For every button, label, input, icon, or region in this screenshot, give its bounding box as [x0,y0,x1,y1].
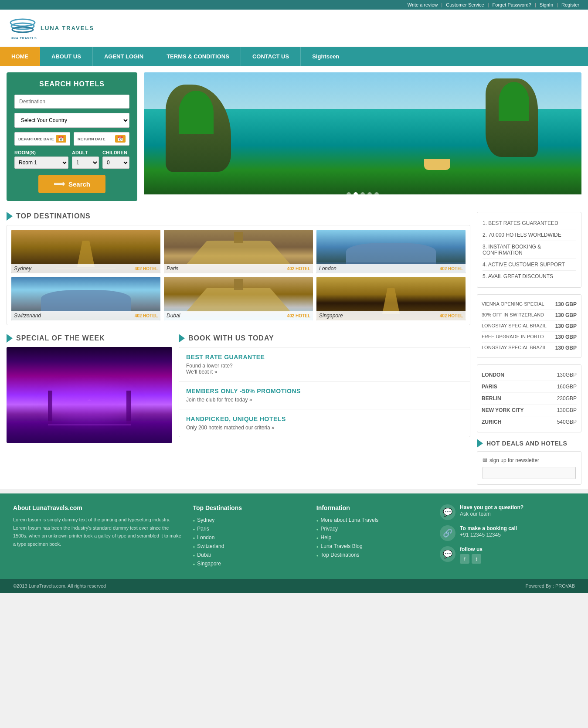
logo[interactable]: LUNA TRAVELS LUNA TRAVELS [9,14,94,42]
city-prices-box: LONDON 130GBP PARIS 160GBP BERLIN 230GBP… [477,364,581,432]
footer-dest-2[interactable]: ●London [193,533,305,542]
footer-dest-5[interactable]: ●Singapore [193,559,305,568]
deal-row-4[interactable]: LONGSTAY SPECIAL BRAZIL 130 GBP [482,343,577,353]
dest-card-switzerland[interactable]: Switzerland 402 HOTEL [11,277,160,320]
feature-4: 4. ACTIVE CUSTOMER SUPPORT [483,259,576,271]
departure-date-field[interactable]: DEPARTURE DATE 📅 [14,132,70,146]
nav-sightseen[interactable]: Sightseen [301,47,350,66]
return-date-field[interactable]: RETURN DATE 📅 [74,132,129,146]
forget-password-link[interactable]: Forget Password? [493,2,531,7]
main-content: SEARCH HOTELS Select Your Country DEPART… [0,66,588,489]
city-0: LONDON [482,372,504,378]
dest-card-dubai[interactable]: Dubai 402 HOTEL [164,277,313,320]
powered-by: Powered By : PROVAB [525,583,575,589]
hero-dot-5[interactable] [374,192,379,197]
deal-row-0[interactable]: VIENNA OPENING SPECIAL 130 GBP [482,299,577,310]
book-rate-link[interactable]: We'll beat it » [186,369,217,375]
social-link-2[interactable]: t [472,554,481,564]
footer-dest-link-0[interactable]: Sydney [197,517,214,523]
footer-dest-1[interactable]: ●Paris [193,524,305,533]
write-review-link[interactable]: Write a review [408,2,438,7]
rooms-label: ROOM(S) [14,150,68,155]
adult-select[interactable]: 123 [72,156,99,169]
social-link-1[interactable]: f [460,554,469,564]
footer-dest-link-2[interactable]: London [197,534,214,541]
children-select[interactable]: 012 [102,156,129,169]
city-price-0[interactable]: LONDON 130GBP [482,369,577,381]
features-box: 1. BEST RATES GUARANTEED 2. 70,000 HOTEL… [477,212,581,288]
deal-price-0: 130 GBP [555,301,577,307]
departure-calendar-icon[interactable]: 📅 [56,135,66,143]
footer-info-0[interactable]: ●More about Luna Travels [316,516,429,524]
header: LUNA TRAVELS LUNA TRAVELS [0,10,588,47]
city-price-4[interactable]: ZURICH 540GBP [482,416,577,428]
book-members-link[interactable]: Join the club for free today » [186,397,252,403]
footer-dest-0[interactable]: ●Sydney [193,516,305,524]
city-price-3[interactable]: NEW YORK CITY 130GBP [482,405,577,416]
footer: About LunaTravels.com Lorem Ipsum is sim… [0,493,588,579]
nav-home[interactable]: HOME [0,47,40,66]
special-week-image [7,347,172,443]
footer-dest-link-1[interactable]: Paris [197,526,209,532]
hero-banner [144,72,581,201]
footer-info-4[interactable]: ●Top Destinations [316,551,429,559]
footer-info-link-3[interactable]: Luna Travels Blog [321,543,363,549]
book-rate-title: BEST RATE GUARANTEE [186,354,463,361]
deal-row-1[interactable]: 30% OFF IN SWITZERLAND 130 GBP [482,310,577,321]
contact-question-title: Have you got a question? [460,504,523,510]
book-item-members[interactable]: MEMBERS ONLY -50% PROMOTIONS Join the cl… [179,381,470,409]
footer-info-2[interactable]: ●Help [316,533,429,542]
footer-info-1[interactable]: ●Privacy [316,524,429,533]
dest-card-london[interactable]: London 402 HOTEL [316,230,466,273]
feature-3: 3. INSTANT BOOKING & CONFIRMATION [483,241,576,259]
price-2: 230GBP [557,395,577,401]
price-0: 130GBP [557,372,577,378]
hero-dot-3[interactable] [360,192,365,197]
newsletter-input[interactable] [483,467,576,479]
dest-card-sydney[interactable]: Sydney 402 HOTEL [11,230,160,273]
hero-dot-2[interactable] [353,192,358,197]
hero-dot-4[interactable] [367,192,372,197]
nav-terms[interactable]: TERMS & CONDITIONS [155,47,241,66]
footer-info-link-2[interactable]: Help [321,534,332,541]
nav-contact[interactable]: CONTACT US [241,47,301,66]
register-link[interactable]: Register [561,2,579,7]
book-item-rate[interactable]: BEST RATE GUARANTEE Found a lower rate? … [179,347,470,381]
dest-card-paris[interactable]: Paris 402 HOTEL [164,230,313,273]
city-price-2[interactable]: BERLIN 230GBP [482,393,577,405]
deal-title-3: FREE UPGRADE IN PORTO [482,334,544,340]
deal-price-4: 130 GBP [555,345,577,351]
book-item-handpicked[interactable]: HANDPICKED, UNIQUE HOTELS Only 200 hotel… [179,409,470,437]
singapore-label: Singapore [319,313,343,319]
nav-about[interactable]: ABOUT US [40,47,93,66]
footer-dest-link-4[interactable]: Dubai [197,552,211,558]
book-handpicked-link[interactable]: Only 200 hotels matched our criteria » [186,425,275,431]
city-price-1[interactable]: PARIS 160GBP [482,381,577,393]
footer-info-link-1[interactable]: Privacy [321,526,338,532]
footer-info-link-0[interactable]: More about Luna Travels [321,517,379,523]
children-label: CHILDREN [102,150,129,155]
destination-input[interactable] [14,95,129,109]
return-calendar-icon[interactable]: 📅 [115,135,126,143]
dubai-label: Dubai [167,313,180,319]
section-arrow-icon [7,212,13,221]
search-button[interactable]: ⟹ Search [38,175,105,193]
dest-card-singapore[interactable]: Singapore 402 HOTEL [316,277,466,320]
deal-row-2[interactable]: LONGSTAY SPECIAL BRAZIL 130 GBP [482,321,577,332]
customer-service-link[interactable]: Customer Service [446,2,484,7]
footer-dest-4[interactable]: ●Dubai [193,551,305,559]
footer-dest-3[interactable]: ●Switzerland [193,542,305,551]
search-panel: SEARCH HOTELS Select Your Country DEPART… [7,72,137,201]
book-handpicked-text: Only 200 hotels matched our criteria » [186,425,463,431]
rooms-select[interactable]: Room 1 Room 2 Room 3 [14,156,68,169]
footer-dest-link-3[interactable]: Switzerland [197,543,224,549]
footer-dest-link-5[interactable]: Singapore [197,561,221,567]
mail-icon: ✉ [483,457,487,463]
country-select[interactable]: Select Your Country [14,113,129,128]
deal-row-3[interactable]: FREE UPGRADE IN PORTO 130 GBP [482,332,577,343]
nav-agent[interactable]: AGENT LOGIN [93,47,155,66]
footer-info-3[interactable]: ●Luna Travels Blog [316,542,429,551]
hero-dot-1[interactable] [347,192,351,197]
footer-info-link-4[interactable]: Top Destinations [321,552,360,558]
signin-link[interactable]: SignIn [540,2,553,7]
